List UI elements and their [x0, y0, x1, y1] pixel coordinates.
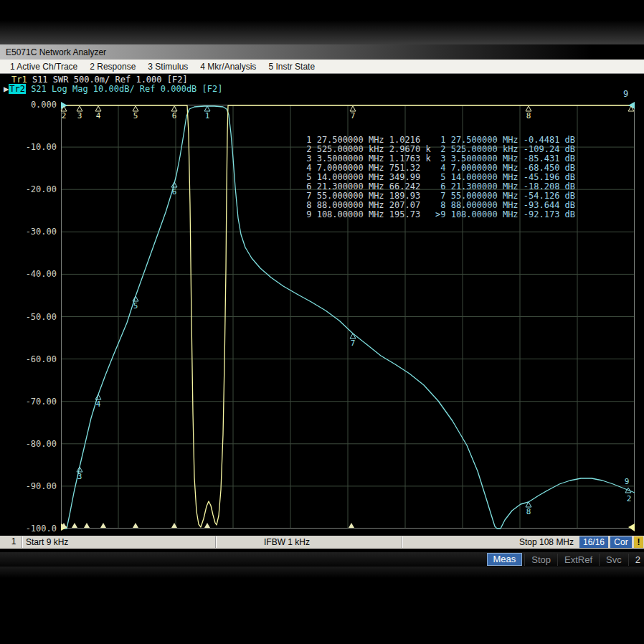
marker-icon: [526, 106, 531, 111]
status-bar: 1 Start 9 kHz IFBW 1 kHz Stop 108 MHz 16…: [0, 536, 644, 549]
instrument-status-items: Meas Stop ExtRef Svc 2: [487, 553, 644, 566]
marker-number: 6: [172, 187, 177, 196]
window-titlebar: E5071C Network Analyzer: [0, 44, 644, 60]
trace2-label: Tr2: [9, 84, 26, 94]
start-frequency: Start 9 kHz: [26, 537, 68, 547]
marker-icon: [350, 106, 356, 111]
marker-number: 2: [62, 111, 67, 120]
y-axis-label: -50.00: [0, 312, 57, 322]
trace1-label: Tr1: [11, 75, 27, 85]
menu-item[interactable]: 3 Stimulus: [148, 62, 188, 72]
clock-partial: 2: [628, 554, 644, 566]
marker-tick-icon: [349, 523, 354, 528]
marker-icon: [204, 106, 210, 111]
marker-number: 8: [526, 111, 531, 120]
y-axis-label: -40.00: [0, 269, 57, 279]
marker-tick-icon: [72, 523, 77, 528]
instrument-status-bar: Meas Stop ExtRef Svc 2: [0, 552, 644, 567]
marker-number: 5: [133, 111, 138, 120]
sweep-stop-indicator[interactable]: Stop: [524, 554, 557, 566]
svc-indicator[interactable]: Svc: [599, 554, 628, 566]
status-separator: [402, 536, 403, 548]
status-separator: [215, 536, 217, 548]
menu-item[interactable]: 4 Mkr/Analysis: [200, 62, 256, 72]
marker-tick-icon: [84, 523, 90, 528]
y-axis-label: -20.00: [0, 184, 57, 194]
y-axis-label: 0.000: [0, 100, 57, 110]
marker-number: 7: [351, 111, 356, 120]
marker-number: 8: [526, 507, 531, 516]
marker-tick-icon: [204, 523, 210, 528]
y-axis-label: -70.00: [0, 397, 57, 407]
marker-icon: [350, 333, 356, 338]
marker-number: 4: [96, 111, 101, 120]
trace1-params: S11 SWR 500.0m/ Ref 1.000 [F2]: [27, 75, 188, 85]
marker-number: 3: [77, 111, 82, 120]
sweep-points-badge: 16/16: [579, 536, 608, 548]
y-axis-label: -100.0: [0, 524, 57, 534]
marker-number: 7: [351, 338, 356, 348]
y-axis-label: -60.00: [0, 354, 57, 364]
marker9-corner-label: 9: [623, 89, 628, 99]
marker-number: 2: [627, 494, 632, 503]
marker-tick-icon: [100, 523, 106, 528]
marker-number: 9: [625, 477, 630, 486]
marker-icon: [171, 106, 177, 111]
menu-item[interactable]: 1 Active Ch/Trace: [10, 62, 77, 72]
marker-number: 5: [133, 301, 138, 311]
correction-badge: Cor: [610, 536, 632, 548]
ifbw-value: IFBW 1 kHz: [264, 537, 310, 547]
y-axis-label: -30.00: [0, 227, 57, 237]
y-axis-label: -80.00: [0, 439, 57, 449]
marker-icon: [95, 106, 101, 111]
extref-indicator[interactable]: ExtRef: [557, 554, 599, 566]
active-channel-indicator: 1: [7, 536, 20, 546]
trace2-params: S21 Log Mag 10.00dB/ Ref 0.000dB [F2]: [26, 84, 223, 94]
window-title: E5071C Network Analyzer: [6, 47, 106, 57]
marker-table-tr1: 1 27.500000 MHz 1.0216 2 525.00000 kHz 2…: [301, 136, 431, 219]
marker-icon: [133, 106, 138, 111]
meas-button[interactable]: Meas: [487, 553, 523, 566]
marker-number: 3: [77, 472, 82, 481]
stop-frequency: Stop 108 MHz: [519, 537, 574, 547]
warning-icon: !: [634, 536, 643, 548]
menu-item[interactable]: 2 Response: [90, 62, 136, 72]
screen-glow-bottom: [0, 567, 644, 578]
marker-icon: [77, 106, 82, 111]
marker-number: 6: [172, 111, 177, 120]
menu-item[interactable]: 5 Instr State: [268, 62, 315, 72]
menu-bar: 1 Active Ch/Trace2 Response3 Stimulus4 M…: [0, 60, 644, 74]
marker-number: 4: [96, 399, 101, 409]
marker-tick-icon: [133, 523, 138, 528]
y-axis-label: -90.00: [0, 481, 57, 491]
status-separator: [22, 536, 23, 548]
screen-glow-top: [0, 20, 644, 44]
marker-table-tr2: 1 27.500000 MHz -0.4481 dB 2 525.00000 k…: [435, 136, 575, 219]
app-window: E5071C Network Analyzer 1 Active Ch/Trac…: [0, 0, 644, 644]
marker-number: 1: [205, 111, 210, 120]
trace2-status-line: ▶Tr2 S21 Log Mag 10.00dB/ Ref 0.000dB [F…: [4, 85, 222, 94]
marker-tick-icon: [171, 523, 177, 528]
y-axis-label: -10.00: [0, 142, 57, 152]
